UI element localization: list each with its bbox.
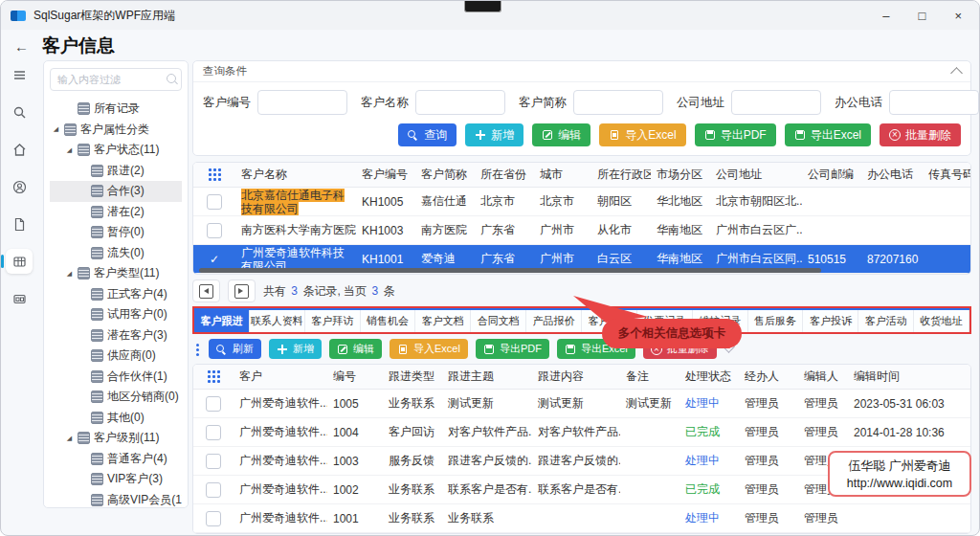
tree-filter-input[interactable] — [50, 68, 182, 91]
tab-14[interactable]: 收货地址 — [914, 310, 969, 332]
tree-item[interactable]: 流失(0) — [50, 243, 182, 264]
collapse-chevron-icon[interactable] — [950, 67, 963, 79]
tree-item[interactable]: 合作伙伴(1) — [50, 367, 182, 388]
column-header[interactable]: 编辑时间 — [848, 368, 963, 385]
tree-item[interactable]: 所有记录 — [50, 99, 182, 120]
column-header[interactable]: 客户名称 — [235, 167, 356, 183]
table-row[interactable]: 广州爱奇迪软件...1001业务联系业务联系处理中管理员管理员 — [193, 504, 970, 533]
modules-grid-icon[interactable] — [6, 286, 33, 311]
add-button[interactable]: 新增 — [269, 339, 322, 359]
column-header[interactable]: 所在行政区 — [591, 167, 651, 183]
row-checkbox[interactable] — [206, 482, 221, 498]
column-header[interactable]: 跟进内容 — [532, 368, 620, 385]
export-pdf-button[interactable]: 导出PDF — [695, 123, 776, 146]
field-input-3[interactable] — [573, 90, 663, 115]
add-button[interactable]: 新增 — [465, 123, 523, 146]
search-button[interactable]: 查询 — [398, 123, 457, 146]
column-header[interactable]: 客户简称 — [415, 167, 475, 183]
table-row[interactable]: 广州爱奇迪软件...1005业务联系测试更新测试更新测试更新处理中管理员管理员2… — [193, 390, 970, 418]
column-header[interactable]: 公司地址 — [710, 167, 802, 183]
tree-item[interactable]: 供应商(0) — [50, 346, 182, 367]
column-header[interactable]: 市场分区 — [651, 167, 710, 183]
search-icon[interactable] — [6, 100, 33, 124]
import-excel-button[interactable]: 导入Excel — [390, 339, 468, 359]
row-checkbox[interactable] — [206, 454, 221, 469]
field-input-2[interactable] — [415, 90, 505, 115]
maximize-button[interactable]: □ — [919, 9, 926, 23]
column-header[interactable]: 跟进主题 — [442, 368, 532, 385]
row-check-icon[interactable]: ✓ — [210, 253, 219, 266]
column-header[interactable]: 经办人 — [739, 368, 798, 385]
tree-item[interactable]: 跟进(2) — [50, 161, 182, 182]
column-header[interactable]: 跟进类型 — [383, 368, 442, 385]
tree-item[interactable]: ◢客户类型(11) — [50, 263, 182, 284]
column-chooser[interactable] — [193, 370, 234, 383]
column-chooser[interactable] — [193, 168, 235, 181]
column-header[interactable]: 备注 — [620, 368, 679, 385]
menu-hamburger-icon[interactable] — [6, 62, 33, 87]
back-arrow-icon[interactable]: ← — [14, 38, 29, 55]
tab-2[interactable]: 联系人资料 — [250, 310, 305, 332]
tree-item[interactable]: 地区分销商(0) — [50, 387, 182, 408]
column-header[interactable]: 编号 — [327, 368, 383, 385]
tab-4[interactable]: 销售机会 — [361, 310, 416, 332]
tree-item[interactable]: VIP客户(3) — [50, 469, 182, 490]
edit-button[interactable]: 编辑 — [329, 339, 382, 359]
close-button[interactable]: × — [954, 9, 962, 23]
expander-open-icon[interactable]: ◢ — [52, 125, 60, 133]
tree-item[interactable]: 试用客户(0) — [50, 304, 182, 325]
tree-item[interactable]: ◢客户属性分类 — [50, 120, 182, 141]
row-checkbox[interactable] — [206, 425, 221, 440]
tab-12[interactable]: 客户投诉 — [803, 310, 858, 332]
tree-item[interactable]: ◢客户级别(11) — [50, 428, 182, 449]
tree-item[interactable]: 潜在客户(3) — [50, 325, 182, 346]
first-page-button[interactable] — [192, 279, 220, 302]
column-header[interactable]: 客户 — [234, 368, 327, 385]
tab-3[interactable]: 客户拜访 — [305, 310, 361, 332]
row-checkbox[interactable] — [207, 223, 222, 238]
export-pdf-button[interactable]: 导出PDF — [476, 339, 549, 359]
tab-1[interactable]: 客户跟进 — [194, 310, 250, 332]
tab-5[interactable]: 客户文档 — [415, 310, 471, 332]
tree-item[interactable]: 潜在(2) — [50, 202, 182, 223]
tree-item[interactable]: 高级VIP会员(1) — [50, 490, 182, 509]
tree-item[interactable]: 普通客户(4) — [50, 449, 182, 470]
batch-delete-button[interactable]: 批量删除 — [880, 123, 961, 146]
column-header[interactable]: 处理状态 — [679, 368, 739, 385]
column-header[interactable]: 客户编号 — [356, 167, 415, 183]
expander-open-icon[interactable]: ◢ — [65, 435, 74, 442]
tree-item[interactable]: ◢客户状态(11) — [50, 140, 182, 161]
tree-item[interactable]: 其他(0) — [50, 408, 182, 429]
customers-module-icon[interactable] — [6, 249, 33, 274]
column-header[interactable]: 城市 — [534, 167, 591, 183]
home-icon[interactable] — [6, 137, 33, 162]
column-header[interactable]: 编辑人 — [798, 368, 848, 385]
tree-item[interactable]: 正式客户(4) — [50, 284, 182, 305]
export-excel-button[interactable]: 导出Excel — [785, 123, 871, 146]
expander-open-icon[interactable]: ◢ — [65, 270, 74, 278]
account-icon[interactable] — [6, 174, 33, 199]
tab-6[interactable]: 合同文档 — [471, 310, 526, 332]
expander-open-icon[interactable]: ◢ — [65, 146, 74, 154]
tab-13[interactable]: 客户活动 — [858, 310, 914, 332]
table-row[interactable]: 广州爱奇迪软件...1004客户回访对客户软件产品...对客户软件产品...已完… — [193, 418, 970, 447]
column-header[interactable]: 公司邮编 — [802, 167, 861, 183]
refresh-button[interactable]: 刷新 — [209, 339, 261, 359]
column-header[interactable]: 办公电话 — [861, 167, 923, 183]
import-excel-button[interactable]: 导入Excel — [599, 123, 685, 146]
drag-dots-icon[interactable] — [196, 344, 199, 346]
row-checkbox[interactable] — [206, 396, 221, 412]
field-input-1[interactable] — [257, 90, 347, 115]
tab-11[interactable]: 售后服务 — [748, 310, 804, 332]
last-page-button[interactable] — [228, 279, 256, 302]
row-checkbox[interactable] — [207, 194, 222, 210]
row-checkbox[interactable] — [206, 511, 221, 526]
document-icon[interactable] — [6, 212, 33, 236]
edit-button[interactable]: 编辑 — [532, 123, 590, 146]
column-header[interactable]: 传真号码 — [923, 167, 971, 183]
tree-item[interactable]: 暂停(0) — [50, 222, 182, 243]
tree-item[interactable]: 合作(3) — [50, 181, 182, 202]
field-input-4[interactable] — [731, 90, 821, 115]
field-input-5[interactable] — [889, 90, 979, 115]
table-row[interactable]: 北京嘉信仕通电子科技有限公司KH1005嘉信仕通北京市北京市朝阳区华北地区北京市… — [193, 188, 970, 216]
